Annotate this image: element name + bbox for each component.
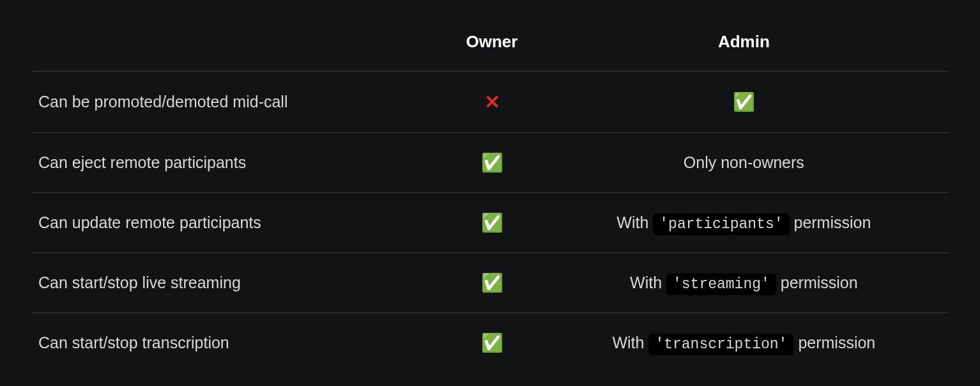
table-row: Can eject remote participants✅Only non-o…	[32, 133, 948, 193]
cell-suffix: permission	[793, 334, 875, 351]
cell-with-permission: With 'streaming' permission	[630, 274, 858, 291]
check-icon: ✅	[481, 153, 503, 173]
table-row: Can update remote participants✅With 'par…	[32, 193, 948, 253]
cell-owner: ✅	[444, 133, 539, 193]
cell-admin: With 'participants' permission	[540, 193, 948, 253]
cell-prefix: With	[630, 274, 666, 291]
cell-owner: ✅	[444, 253, 539, 313]
cell-prefix: With	[616, 213, 653, 231]
permission-code: 'streaming'	[666, 274, 776, 295]
cell-suffix: permission	[776, 274, 858, 291]
cell-prefix: With	[612, 334, 648, 351]
check-icon: ✅	[481, 273, 503, 293]
cell-owner: ✅	[444, 193, 539, 253]
cell-admin: ✅	[540, 72, 948, 133]
cell-suffix: permission	[790, 213, 871, 231]
row-label: Can start/stop transcription	[32, 313, 444, 373]
header-label	[32, 19, 444, 72]
permission-code: 'participants'	[653, 213, 789, 235]
cell-owner: ✅	[444, 313, 539, 373]
check-icon: ✅	[733, 92, 755, 112]
cell-admin: With 'streaming' permission	[540, 253, 948, 313]
cell-with-permission: With 'transcription' permission	[612, 334, 875, 351]
header-owner: Owner	[444, 19, 539, 72]
table-row: Can be promoted/demoted mid-call✕✅	[32, 72, 948, 133]
row-label: Can update remote participants	[32, 193, 444, 253]
header-admin: Admin	[540, 19, 948, 72]
table-body: Can be promoted/demoted mid-call✕✅Can ej…	[32, 72, 948, 373]
row-label: Can start/stop live streaming	[32, 253, 444, 313]
check-icon: ✅	[481, 213, 503, 233]
cell-owner: ✕	[444, 72, 539, 133]
cell-with-permission: With 'participants' permission	[616, 213, 871, 231]
row-label: Can be promoted/demoted mid-call	[32, 72, 444, 133]
permissions-table: Owner Admin Can be promoted/demoted mid-…	[32, 19, 948, 373]
table-row: Can start/stop transcription✅With 'trans…	[32, 313, 948, 373]
cell-admin: With 'transcription' permission	[540, 313, 948, 373]
permission-code: 'transcription'	[648, 334, 793, 355]
cell-admin: Only non-owners	[540, 133, 948, 193]
table-header-row: Owner Admin	[32, 19, 948, 72]
check-icon: ✅	[481, 333, 503, 353]
table-row: Can start/stop live streaming✅With 'stre…	[32, 253, 948, 313]
row-label: Can eject remote participants	[32, 133, 444, 193]
cell-text: Only non-owners	[684, 153, 804, 171]
cross-icon: ✕	[484, 91, 500, 112]
